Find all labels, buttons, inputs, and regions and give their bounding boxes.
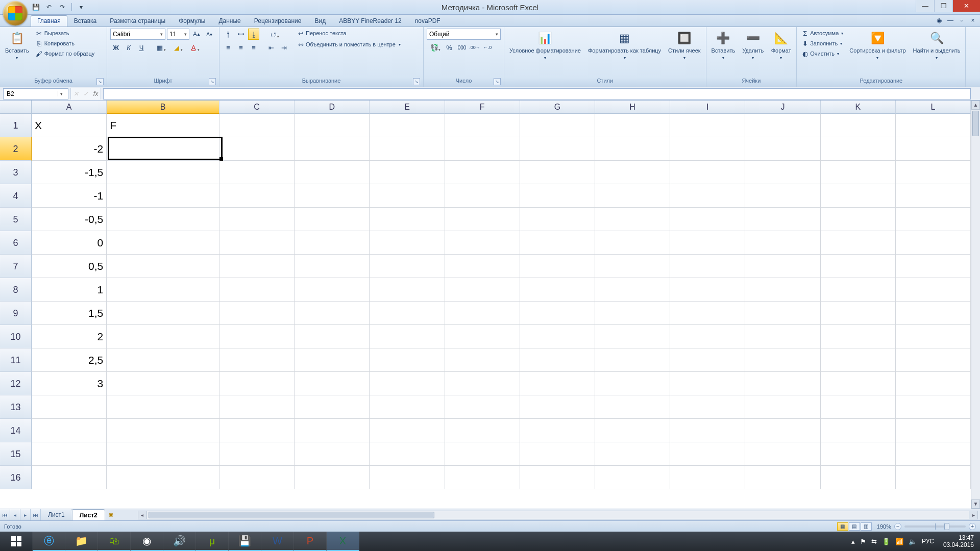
hscroll-thumb[interactable] bbox=[149, 512, 434, 518]
cell-B11[interactable] bbox=[107, 348, 219, 372]
maximize-button[interactable]: ❐ bbox=[934, 0, 952, 12]
row-header-10[interactable]: 10 bbox=[0, 325, 32, 348]
cell-L9[interactable] bbox=[896, 302, 971, 325]
tray-network-icon[interactable]: 📶 bbox=[895, 538, 903, 545]
cell-D1[interactable] bbox=[295, 114, 370, 137]
taskbar-torrent[interactable]: μ bbox=[196, 532, 229, 551]
scroll-thumb[interactable] bbox=[972, 111, 979, 136]
accounting-format-button[interactable]: 💱▾ bbox=[427, 42, 442, 53]
cell-H13[interactable] bbox=[595, 395, 670, 419]
cell-J5[interactable] bbox=[745, 208, 820, 231]
column-header-D[interactable]: D bbox=[295, 101, 370, 114]
cell-B14[interactable] bbox=[107, 419, 219, 442]
row-header-14[interactable]: 14 bbox=[0, 419, 32, 442]
increase-indent-button[interactable]: ⇥ bbox=[278, 42, 289, 53]
cell-K10[interactable] bbox=[821, 325, 896, 348]
cell-B10[interactable] bbox=[107, 325, 219, 348]
cell-L1[interactable] bbox=[896, 114, 971, 137]
sheet-nav-next[interactable]: ▸ bbox=[20, 509, 31, 520]
cell-G16[interactable] bbox=[520, 466, 595, 489]
cell-D6[interactable] bbox=[295, 231, 370, 255]
cell-B15[interactable] bbox=[107, 442, 219, 466]
cell-A13[interactable] bbox=[32, 395, 107, 419]
cell-H2[interactable] bbox=[595, 137, 670, 161]
cell-C1[interactable] bbox=[219, 114, 295, 137]
delete-cells-button[interactable]: ➖Удалить▾ bbox=[740, 29, 766, 62]
row-header-15[interactable]: 15 bbox=[0, 442, 32, 466]
tray-volume-icon[interactable]: 🔈 bbox=[909, 538, 917, 545]
cell-E1[interactable] bbox=[370, 114, 445, 137]
cell-I8[interactable] bbox=[670, 278, 745, 302]
tray-flag-icon[interactable]: ⚑ bbox=[860, 538, 866, 545]
cell-J15[interactable] bbox=[745, 442, 820, 466]
italic-button[interactable]: К bbox=[123, 42, 134, 53]
cell-K13[interactable] bbox=[821, 395, 896, 419]
row-header-11[interactable]: 11 bbox=[0, 348, 32, 372]
cell-F6[interactable] bbox=[445, 231, 520, 255]
wrap-text-button[interactable]: ↩Перенос текста bbox=[296, 29, 402, 38]
cell-G1[interactable] bbox=[520, 114, 595, 137]
cell-A16[interactable] bbox=[32, 466, 107, 489]
ribbon-restore-icon[interactable]: ▫ bbox=[958, 16, 966, 24]
scroll-down-icon[interactable]: ▼ bbox=[971, 499, 980, 509]
fx-icon[interactable]: fx bbox=[93, 90, 98, 97]
cell-D3[interactable] bbox=[295, 161, 370, 184]
cell-G5[interactable] bbox=[520, 208, 595, 231]
cell-C2[interactable] bbox=[219, 137, 295, 161]
cell-C5[interactable] bbox=[219, 208, 295, 231]
ribbon-tab-6[interactable]: Вид bbox=[308, 15, 332, 27]
cell-B5[interactable] bbox=[107, 208, 219, 231]
ribbon-close-icon[interactable]: × bbox=[969, 16, 977, 24]
zoom-in-button[interactable]: + bbox=[969, 523, 976, 530]
find-select-button[interactable]: 🔍Найти и выделить▾ bbox=[911, 29, 963, 62]
fill-button[interactable]: ⬇Заполнить▾ bbox=[800, 39, 844, 48]
save-icon[interactable]: 💾 bbox=[31, 2, 41, 12]
new-sheet-button[interactable]: ✸ bbox=[105, 511, 117, 519]
cell-F14[interactable] bbox=[445, 419, 520, 442]
cell-E11[interactable] bbox=[370, 348, 445, 372]
cell-I6[interactable] bbox=[670, 231, 745, 255]
cell-J2[interactable] bbox=[745, 137, 820, 161]
cell-H10[interactable] bbox=[595, 325, 670, 348]
cell-H7[interactable] bbox=[595, 255, 670, 278]
tray-language[interactable]: РУС bbox=[922, 538, 934, 545]
cell-L12[interactable] bbox=[896, 372, 971, 395]
cell-G14[interactable] bbox=[520, 419, 595, 442]
percent-format-button[interactable]: % bbox=[444, 42, 455, 53]
cell-K7[interactable] bbox=[821, 255, 896, 278]
cell-A3[interactable]: -1,5 bbox=[32, 161, 107, 184]
cell-D12[interactable] bbox=[295, 372, 370, 395]
cell-J12[interactable] bbox=[745, 372, 820, 395]
cell-C4[interactable] bbox=[219, 184, 295, 208]
cell-B4[interactable] bbox=[107, 184, 219, 208]
cell-F5[interactable] bbox=[445, 208, 520, 231]
cell-E2[interactable] bbox=[370, 137, 445, 161]
page-break-view-button[interactable]: ▥ bbox=[861, 522, 872, 531]
cell-D14[interactable] bbox=[295, 419, 370, 442]
cell-D7[interactable] bbox=[295, 255, 370, 278]
cancel-formula-icon[interactable]: ✕ bbox=[74, 90, 79, 97]
cell-F13[interactable] bbox=[445, 395, 520, 419]
cell-L11[interactable] bbox=[896, 348, 971, 372]
cell-L6[interactable] bbox=[896, 231, 971, 255]
cell-L16[interactable] bbox=[896, 466, 971, 489]
cell-H15[interactable] bbox=[595, 442, 670, 466]
cell-C6[interactable] bbox=[219, 231, 295, 255]
taskbar-explorer[interactable]: 📁 bbox=[65, 532, 98, 551]
align-middle-button[interactable]: ⭤ bbox=[235, 29, 247, 40]
cell-I4[interactable] bbox=[670, 184, 745, 208]
qat-customize-icon[interactable]: ▾ bbox=[76, 2, 86, 12]
cell-G7[interactable] bbox=[520, 255, 595, 278]
dialog-launcher-icon[interactable]: ↘ bbox=[209, 78, 216, 85]
cell-B2[interactable] bbox=[107, 137, 219, 161]
cell-B9[interactable] bbox=[107, 302, 219, 325]
cell-J10[interactable] bbox=[745, 325, 820, 348]
cell-I16[interactable] bbox=[670, 466, 745, 489]
cell-J3[interactable] bbox=[745, 161, 820, 184]
cell-C10[interactable] bbox=[219, 325, 295, 348]
cell-E4[interactable] bbox=[370, 184, 445, 208]
undo-icon[interactable]: ↶ bbox=[44, 2, 54, 12]
cell-G8[interactable] bbox=[520, 278, 595, 302]
row-header-7[interactable]: 7 bbox=[0, 255, 32, 278]
cell-D15[interactable] bbox=[295, 442, 370, 466]
